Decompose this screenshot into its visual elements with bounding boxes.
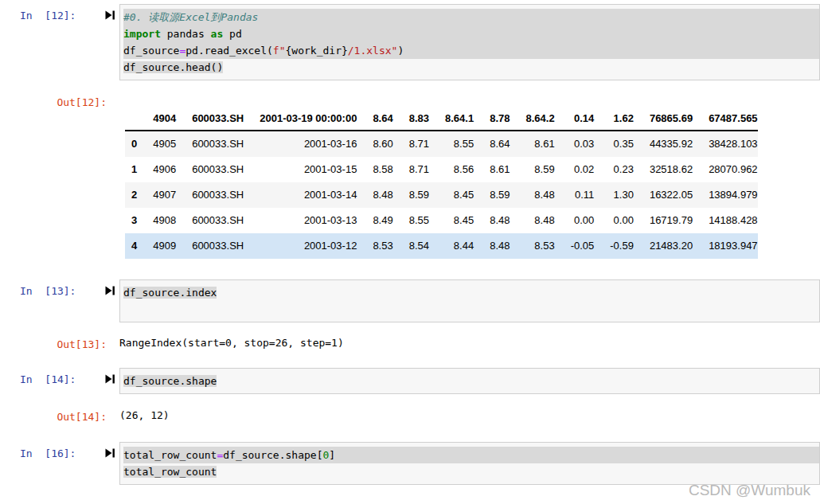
table-cell: 8.61 bbox=[510, 131, 554, 157]
code-cell-16: In [16]: total_row_count=df_source.shape… bbox=[0, 442, 820, 485]
run-cell-icon[interactable] bbox=[104, 285, 115, 296]
table-cell: 2001-03-16 bbox=[244, 131, 357, 157]
run-cell-icon[interactable] bbox=[104, 447, 115, 459]
code-editor[interactable]: df_source.shape bbox=[119, 368, 820, 394]
table-cell: 8.55 bbox=[429, 131, 474, 157]
code-cell-14: In [14]: df_source.shape bbox=[0, 368, 820, 394]
table-cell: 18193.947 bbox=[693, 233, 757, 259]
table-cell: 16719.79 bbox=[634, 208, 693, 233]
prompt-column: In [14]: bbox=[0, 368, 119, 386]
output-area-12: Out[12]: 4904600033.SH2001-03-19 00:00:0… bbox=[0, 90, 820, 259]
table-cell: 2001-03-13 bbox=[244, 208, 357, 233]
table-cell: 600033.SH bbox=[176, 233, 244, 259]
output-prompt: Out[14]: bbox=[57, 411, 107, 423]
row-index: 4 bbox=[125, 233, 137, 259]
column-header: 8.64 bbox=[357, 107, 392, 131]
table-cell: 8.44 bbox=[429, 233, 474, 259]
notebook: In [12]: #0. 读取源Excel到Pandasimport panda… bbox=[0, 4, 820, 504]
table-cell: 32518.62 bbox=[634, 157, 693, 182]
table-cell: 8.60 bbox=[357, 131, 392, 157]
output-text: RangeIndex(start=0, stop=26, step=1) bbox=[119, 336, 820, 350]
table-cell: 14188.428 bbox=[693, 208, 757, 233]
row-index: 3 bbox=[125, 208, 137, 233]
table-row: 04905600033.SH2001-03-168.608.718.558.64… bbox=[125, 131, 758, 157]
table-cell: 8.59 bbox=[393, 182, 429, 208]
table-cell: 8.49 bbox=[357, 208, 392, 233]
input-prompt: In [12]: bbox=[20, 9, 76, 22]
column-header: 8.83 bbox=[393, 107, 429, 131]
code-line: df_source.index bbox=[123, 284, 819, 301]
table-cell: 600033.SH bbox=[176, 182, 244, 208]
code-editor[interactable]: total_row_count=df_source.shape[0]total_… bbox=[119, 442, 820, 485]
code-editor[interactable]: df_source.index bbox=[119, 279, 820, 322]
table-cell: 4909 bbox=[137, 233, 176, 259]
table-row: 14906600033.SH2001-03-158.588.718.568.61… bbox=[125, 157, 758, 182]
column-header: 4904 bbox=[137, 107, 176, 131]
column-header bbox=[125, 107, 137, 131]
prompt-column: In [16]: bbox=[0, 442, 119, 460]
table-cell: 600033.SH bbox=[176, 157, 244, 182]
dataframe-table: 4904600033.SH2001-03-19 00:00:008.648.83… bbox=[125, 107, 758, 259]
table-cell: 600033.SH bbox=[176, 208, 244, 233]
table-cell: 0.11 bbox=[555, 182, 595, 208]
run-cell-icon[interactable] bbox=[104, 373, 115, 385]
table-cell: 2001-03-12 bbox=[244, 233, 357, 259]
input-prompt: In [14]: bbox=[20, 373, 76, 386]
table-cell: 8.56 bbox=[429, 157, 474, 182]
output-prompt: Out[12]: bbox=[57, 96, 107, 108]
table-cell: 8.71 bbox=[393, 131, 429, 157]
input-prompt: In [16]: bbox=[20, 447, 76, 460]
code-editor[interactable]: #0. 读取源Excel到Pandasimport pandas as pddf… bbox=[119, 4, 820, 80]
code-line: df_source=pd.read_excel(f"{work_dir}/1.x… bbox=[123, 42, 819, 59]
table-cell: 38428.103 bbox=[693, 131, 757, 157]
table-row: 24907600033.SH2001-03-148.488.598.458.59… bbox=[125, 182, 758, 208]
table-cell: -0.59 bbox=[594, 233, 634, 259]
table-cell: 1.30 bbox=[594, 182, 634, 208]
prompt-column: In [12]: bbox=[0, 4, 119, 22]
column-header: 76865.69 bbox=[634, 107, 693, 131]
column-header: 8.64.2 bbox=[510, 107, 554, 131]
table-cell: 21483.20 bbox=[634, 233, 693, 259]
code-line: import pandas as pd bbox=[123, 25, 819, 42]
code-cell-12: In [12]: #0. 读取源Excel到Pandasimport panda… bbox=[0, 4, 820, 80]
code-line: df_source.head() bbox=[123, 59, 819, 76]
column-header: 2001-03-19 00:00:00 bbox=[244, 107, 357, 131]
row-index: 0 bbox=[125, 131, 137, 157]
code-cell-13: In [13]: df_source.index bbox=[0, 279, 820, 322]
table-cell: 8.45 bbox=[429, 182, 474, 208]
table-cell: 0.00 bbox=[594, 208, 634, 233]
code-line: total_row_count=df_source.shape[0] bbox=[123, 447, 819, 463]
code-line: #0. 读取源Excel到Pandas bbox=[123, 9, 819, 25]
table-cell: 0.03 bbox=[555, 131, 595, 157]
code-lines: df_source.index bbox=[123, 284, 819, 318]
prompt-column: In [13]: bbox=[0, 279, 119, 298]
table-cell: 4905 bbox=[137, 131, 176, 157]
input-prompt: In [13]: bbox=[20, 284, 76, 298]
row-index: 2 bbox=[125, 182, 137, 208]
code-line: total_row_count bbox=[123, 463, 819, 480]
table-cell: 8.55 bbox=[393, 208, 429, 233]
table-cell: 8.48 bbox=[510, 208, 554, 233]
output-area-13: Out[13]: RangeIndex(start=0, stop=26, st… bbox=[0, 332, 820, 351]
run-cell-icon[interactable] bbox=[104, 10, 115, 21]
table-cell: 4906 bbox=[137, 157, 176, 182]
output-text: (26, 12) bbox=[119, 408, 820, 422]
column-header: 0.14 bbox=[555, 107, 595, 131]
table-cell: 4907 bbox=[137, 182, 176, 208]
table-cell: 8.48 bbox=[474, 233, 510, 259]
prompt-column: Out[14]: bbox=[0, 404, 119, 424]
csdn-watermark: CSDN @Wumbuk bbox=[689, 482, 810, 499]
table-cell: 2001-03-14 bbox=[244, 182, 357, 208]
prompt-column: Out[13]: bbox=[0, 332, 119, 351]
table-cell: 8.59 bbox=[510, 157, 554, 182]
table-cell: 8.64 bbox=[474, 131, 510, 157]
table-row: 44909600033.SH2001-03-128.538.548.448.48… bbox=[125, 233, 758, 259]
column-header: 8.78 bbox=[474, 107, 510, 131]
output-content: RangeIndex(start=0, stop=26, step=1) bbox=[119, 332, 820, 350]
table-cell: 8.48 bbox=[357, 182, 392, 208]
row-index: 1 bbox=[125, 157, 137, 182]
code-lines: df_source.shape bbox=[123, 373, 819, 389]
table-cell: 8.54 bbox=[393, 233, 429, 259]
table-cell: 8.58 bbox=[357, 157, 392, 182]
column-header: 67487.565 bbox=[693, 107, 757, 131]
